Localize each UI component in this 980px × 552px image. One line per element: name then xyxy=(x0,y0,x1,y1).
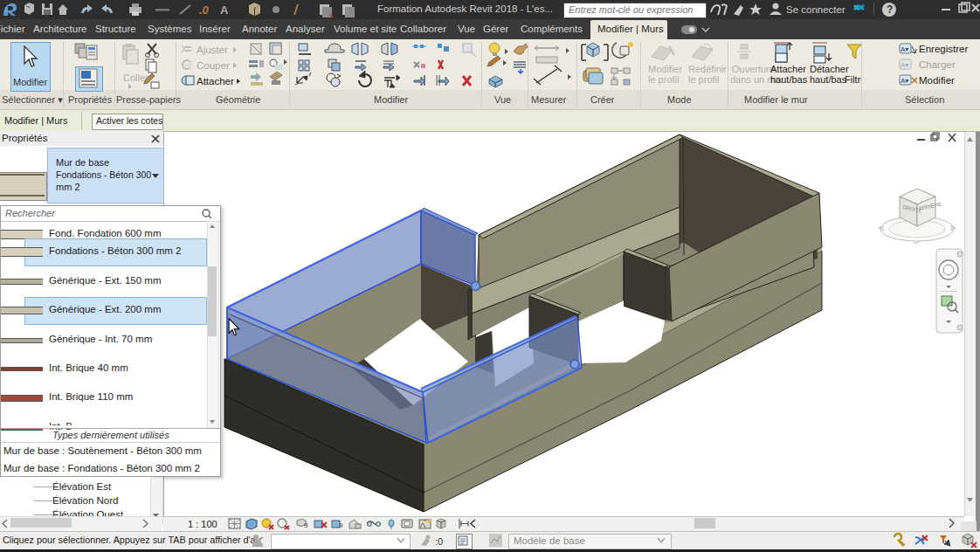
svg-text:?: ? xyxy=(887,3,893,16)
svg-text:Attacher: Attacher xyxy=(770,64,806,74)
svg-text:haut/bas: haut/bas xyxy=(770,74,808,85)
svg-text:Détacher: Détacher xyxy=(810,64,849,74)
svg-text:Modifier: Modifier xyxy=(648,64,682,74)
svg-text:Filtre: Filtre xyxy=(845,74,861,85)
svg-text:Attacher: Attacher xyxy=(197,76,234,86)
svg-text:Ajuster: Ajuster xyxy=(197,45,228,55)
svg-text:9: 9 xyxy=(304,521,308,529)
svg-text:Enregistrer: Enregistrer xyxy=(919,44,968,54)
svg-text:A: A xyxy=(220,3,229,17)
svg-text:Redéfinir: Redéfinir xyxy=(688,64,727,74)
svg-text:le profil: le profil xyxy=(648,74,679,85)
svg-text:Ouverture: Ouverture xyxy=(732,64,775,74)
svg-text:A▾: A▾ xyxy=(901,61,908,69)
svg-text:A▾: A▾ xyxy=(901,77,908,85)
svg-text:le profil: le profil xyxy=(688,74,719,85)
svg-text:Se connecter: Se connecter xyxy=(786,4,845,15)
svg-text:Couper: Couper xyxy=(197,60,230,71)
svg-text:Modifier: Modifier xyxy=(919,75,955,86)
svg-text:Charger: Charger xyxy=(919,59,956,70)
svg-text:haut/bas: haut/bas xyxy=(810,74,847,85)
svg-text:.0: .0 xyxy=(199,3,210,17)
svg-text:9: 9 xyxy=(339,521,343,529)
svg-text::0: :0 xyxy=(435,536,443,547)
svg-text:A▾: A▾ xyxy=(901,45,908,53)
